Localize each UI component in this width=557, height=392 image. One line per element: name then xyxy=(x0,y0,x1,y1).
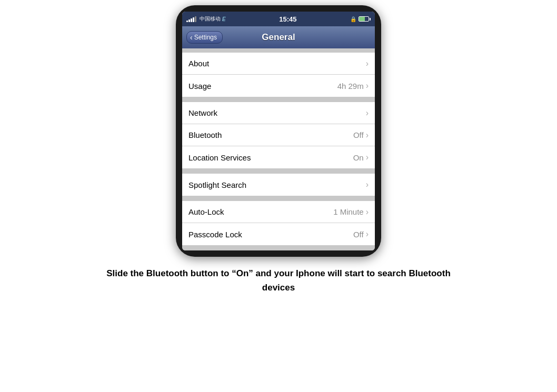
settings-group-3: Spotlight Search › xyxy=(182,174,375,196)
location-label: Location Services xyxy=(188,153,251,162)
nav-bar: ‹ Settings General xyxy=(182,26,375,48)
battery-fill xyxy=(359,17,365,21)
settings-row-location[interactable]: Location Services On › xyxy=(182,146,375,168)
phone-device: 中国移动 E 15:45 🔒 ‹ Settings xyxy=(176,5,381,257)
group-spacer-3 xyxy=(182,197,375,201)
usage-chevron-icon: › xyxy=(366,81,369,91)
passcode-value: Off xyxy=(353,230,364,239)
signal-bar-3 xyxy=(191,18,192,22)
about-label: About xyxy=(188,59,209,68)
passcode-chevron-icon: › xyxy=(366,229,369,239)
network-type-label: E xyxy=(222,16,226,22)
settings-row-spotlight[interactable]: Spotlight Search › xyxy=(182,174,375,196)
back-button-label: Settings xyxy=(194,34,217,41)
spotlight-chevron-icon: › xyxy=(366,180,369,189)
battery-body xyxy=(359,16,369,22)
status-bar: 中国移动 E 15:45 🔒 xyxy=(182,12,375,26)
passcode-label: Passcode Lock xyxy=(188,230,242,239)
lock-icon: 🔒 xyxy=(350,16,356,22)
usage-label: Usage xyxy=(188,82,211,91)
autolock-label: Auto-Lock xyxy=(188,207,224,216)
spotlight-label: Spotlight Search xyxy=(188,180,246,189)
caption-line2: devices xyxy=(262,283,295,293)
settings-content: About › Usage 4h 29m › xyxy=(182,48,375,250)
settings-group-1: About › Usage 4h 29m › xyxy=(182,53,375,97)
bluetooth-label: Bluetooth xyxy=(188,130,222,139)
battery-tip xyxy=(370,18,371,21)
about-chevron-icon: › xyxy=(366,59,369,68)
group-spacer-1 xyxy=(182,98,375,102)
network-label: Network xyxy=(188,108,217,117)
settings-row-passcode[interactable]: Passcode Lock Off › xyxy=(182,223,375,245)
network-chevron-icon: › xyxy=(366,108,369,118)
settings-row-about[interactable]: About › xyxy=(182,53,375,75)
group-spacer-2 xyxy=(182,169,375,174)
status-left: 中国移动 E xyxy=(186,15,226,23)
settings-row-usage[interactable]: Usage 4h 29m › xyxy=(182,75,375,97)
signal-bar-5 xyxy=(195,16,196,22)
back-chevron-icon: ‹ xyxy=(190,33,193,42)
signal-bars xyxy=(186,16,196,22)
signal-bar-4 xyxy=(193,17,194,22)
time-label: 15:45 xyxy=(279,15,296,23)
signal-bar-2 xyxy=(188,19,190,22)
signal-bar-1 xyxy=(186,21,188,22)
location-chevron-icon: › xyxy=(366,153,369,162)
caption-line1: Slide the Bluetooth button to “On” and y… xyxy=(106,268,451,278)
autolock-chevron-icon: › xyxy=(366,207,369,217)
carrier-label: 中国移动 xyxy=(200,15,221,23)
settings-group-4: Auto-Lock 1 Minute › Passcode Lock Off › xyxy=(182,201,375,245)
settings-group-2: Network › Bluetooth Off › xyxy=(182,102,375,168)
status-right: 🔒 xyxy=(350,16,371,22)
settings-row-bluetooth[interactable]: Bluetooth Off › xyxy=(182,124,375,146)
nav-title: General xyxy=(262,32,295,43)
settings-row-network[interactable]: Network › xyxy=(182,102,375,124)
back-button[interactable]: ‹ Settings xyxy=(186,31,223,44)
phone-screen: 中国移动 E 15:45 🔒 ‹ Settings xyxy=(182,12,375,250)
bluetooth-value: Off xyxy=(353,130,364,139)
caption: Slide the Bluetooth button to “On” and y… xyxy=(106,266,451,295)
location-value: On xyxy=(353,153,364,162)
bluetooth-chevron-icon: › xyxy=(366,130,369,140)
settings-row-autolock[interactable]: Auto-Lock 1 Minute › xyxy=(182,201,375,223)
battery xyxy=(359,16,371,22)
usage-value: 4h 29m xyxy=(337,82,364,91)
autolock-value: 1 Minute xyxy=(333,207,364,216)
